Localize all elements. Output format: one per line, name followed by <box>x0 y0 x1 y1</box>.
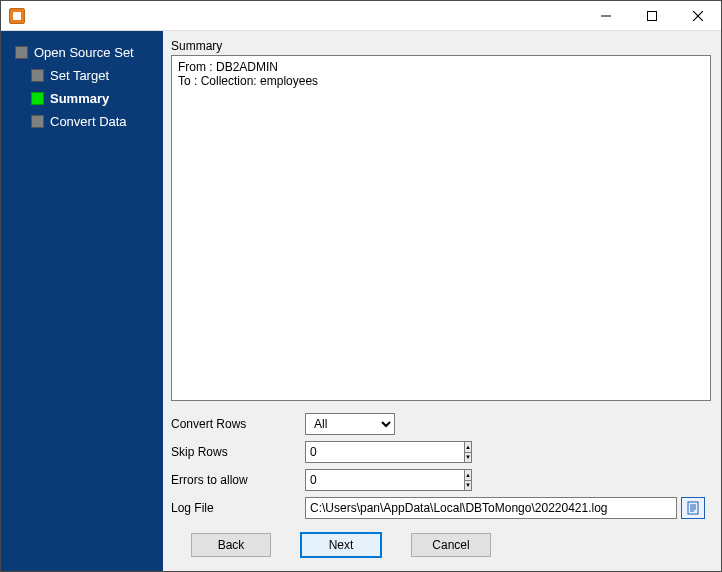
step-summary[interactable]: Summary <box>1 87 163 110</box>
skip-rows-up[interactable]: ▲ <box>465 442 471 453</box>
errors-spinner: ▲ ▼ <box>305 469 395 491</box>
next-button[interactable]: Next <box>301 533 381 557</box>
skip-rows-label: Skip Rows <box>171 445 301 459</box>
content: Summary From : DB2ADMIN To : Collection:… <box>163 31 721 571</box>
app-icon <box>9 8 25 24</box>
sidebar: Open Source Set Set Target Summary Conve… <box>1 31 163 571</box>
step-label: Summary <box>50 91 109 106</box>
document-icon <box>687 501 699 515</box>
app-window: Open Source Set Set Target Summary Conve… <box>0 0 722 572</box>
browse-log-button[interactable] <box>681 497 705 519</box>
step-label: Open Source Set <box>34 45 134 60</box>
options-form: Convert Rows All Skip Rows ▲ ▼ <box>171 413 711 519</box>
step-node-icon <box>31 69 44 82</box>
summary-heading: Summary <box>171 39 711 53</box>
convert-rows-label: Convert Rows <box>171 417 301 431</box>
convert-rows-select[interactable]: All <box>305 413 395 435</box>
step-node-icon <box>31 115 44 128</box>
step-set-target[interactable]: Set Target <box>1 64 163 87</box>
summary-text: From : DB2ADMIN To : Collection: employe… <box>171 55 711 401</box>
back-button[interactable]: Back <box>191 533 271 557</box>
errors-label: Errors to allow <box>171 473 301 487</box>
wizard-steps: Open Source Set Set Target Summary Conve… <box>1 41 163 133</box>
log-file-input[interactable] <box>305 497 677 519</box>
skip-rows-spinner: ▲ ▼ <box>305 441 395 463</box>
skip-rows-down[interactable]: ▼ <box>465 453 471 463</box>
minimize-button[interactable] <box>583 1 629 31</box>
step-label: Set Target <box>50 68 109 83</box>
step-open-source-set[interactable]: Open Source Set <box>1 41 163 64</box>
svg-rect-4 <box>688 502 698 514</box>
wizard-buttons: Back Next Cancel <box>171 533 711 563</box>
maximize-button[interactable] <box>629 1 675 31</box>
body: Open Source Set Set Target Summary Conve… <box>1 31 721 571</box>
step-node-icon <box>31 92 44 105</box>
errors-down[interactable]: ▼ <box>465 481 471 491</box>
errors-up[interactable]: ▲ <box>465 470 471 481</box>
errors-input[interactable] <box>305 469 464 491</box>
step-label: Convert Data <box>50 114 127 129</box>
log-file-label: Log File <box>171 501 301 515</box>
step-node-icon <box>15 46 28 59</box>
skip-rows-input[interactable] <box>305 441 464 463</box>
window-controls <box>583 1 721 31</box>
close-button[interactable] <box>675 1 721 31</box>
svg-rect-1 <box>648 11 657 20</box>
cancel-button[interactable]: Cancel <box>411 533 491 557</box>
step-convert-data[interactable]: Convert Data <box>1 110 163 133</box>
titlebar <box>1 1 721 31</box>
